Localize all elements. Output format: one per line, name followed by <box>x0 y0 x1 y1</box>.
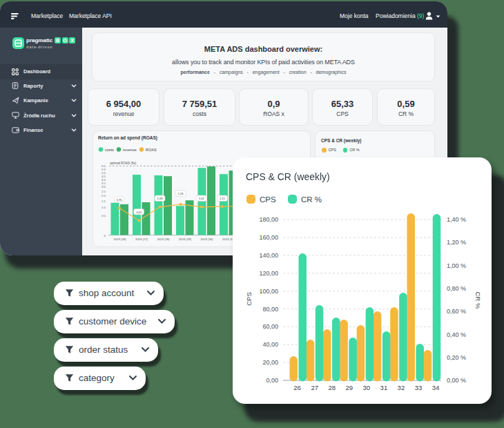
svg-text:costs: costs <box>105 148 114 152</box>
svg-text:60,00: 60,00 <box>262 323 278 330</box>
svg-text:0,60 %: 0,60 % <box>447 308 466 315</box>
svg-text:31: 31 <box>380 384 388 391</box>
svg-text:3.0: 3.0 <box>101 185 106 188</box>
svg-text:0.5: 0.5 <box>101 214 106 217</box>
svg-text:CPS: CPS <box>245 292 253 306</box>
svg-text:4.5: 4.5 <box>101 175 106 178</box>
svg-text:2023 (27): 2023 (27) <box>135 237 148 241</box>
svg-text:1,26: 1,26 <box>178 192 184 195</box>
svg-text:34: 34 <box>432 384 440 391</box>
svg-text:2023 (28): 2023 (28) <box>157 237 171 241</box>
svg-text:0,40 %: 0,40 % <box>447 331 466 338</box>
svg-text:100,00: 100,00 <box>259 288 278 295</box>
svg-text:2.0: 2.0 <box>101 194 106 197</box>
svg-text:CR %: CR % <box>474 292 482 309</box>
svg-text:1.0: 1.0 <box>101 206 106 209</box>
svg-text:1,40 %: 1,40 % <box>447 216 466 223</box>
svg-text:0,95: 0,95 <box>117 198 123 202</box>
svg-text:40,00: 40,00 <box>262 341 278 348</box>
svg-text:1,20 %: 1,20 % <box>447 239 466 246</box>
svg-text:33: 33 <box>415 384 423 391</box>
svg-text:1,08: 1,08 <box>157 197 164 200</box>
svg-text:0,80 %: 0,80 % <box>447 285 466 292</box>
svg-text:2023 (29): 2023 (29) <box>179 237 192 241</box>
svg-text:160,00: 160,00 <box>259 234 278 241</box>
svg-text:1,12: 1,12 <box>220 197 226 200</box>
svg-text:0,00: 0,00 <box>266 377 278 384</box>
svg-text:20,00: 20,00 <box>262 359 278 366</box>
svg-text:revenue: revenue <box>123 148 137 152</box>
svg-text:80,00: 80,00 <box>262 306 278 313</box>
svg-text:26: 26 <box>293 384 301 391</box>
svg-text:1,00 %: 1,00 % <box>447 262 466 269</box>
svg-text:2.5: 2.5 <box>101 190 106 193</box>
svg-text:3.5: 3.5 <box>101 182 106 185</box>
svg-text:1,02: 1,02 <box>199 197 205 200</box>
svg-text:optimal ROAS (6x): optimal ROAS (6x) <box>110 162 137 165</box>
svg-text:0,00 %: 0,00 % <box>447 377 466 384</box>
svg-text:ROAS: ROAS <box>146 148 157 152</box>
svg-text:2023 (26): 2023 (26) <box>114 237 127 241</box>
svg-text:120,00: 120,00 <box>259 270 278 277</box>
svg-text:2023 (30): 2023 (30) <box>201 237 214 241</box>
svg-text:30: 30 <box>363 384 371 391</box>
svg-text:27: 27 <box>311 384 318 391</box>
svg-text:0,61: 0,61 <box>136 211 142 214</box>
svg-text:0: 0 <box>104 234 106 237</box>
svg-text:0,20 %: 0,20 % <box>447 354 466 361</box>
svg-text:180,00: 180,00 <box>259 216 278 223</box>
svg-text:28: 28 <box>328 384 336 391</box>
svg-text:32: 32 <box>398 384 405 391</box>
svg-text:Return on ad spend (ROAS): Return on ad spend (ROAS) <box>98 135 157 141</box>
svg-text:140,00: 140,00 <box>259 252 278 259</box>
svg-text:1.5: 1.5 <box>101 200 106 203</box>
svg-text:29: 29 <box>346 384 353 391</box>
